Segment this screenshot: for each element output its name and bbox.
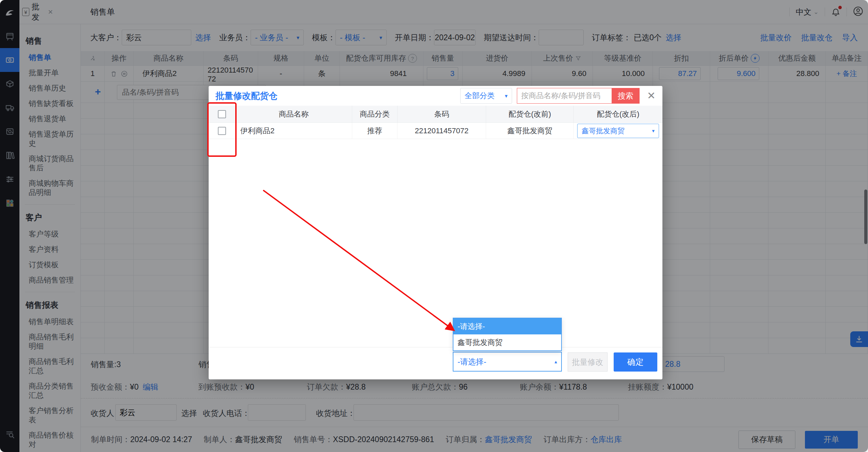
modal-controls: 全部分类 ▾ 搜索 ✕ bbox=[460, 88, 656, 104]
batch-warehouse-value: -请选择- bbox=[458, 357, 486, 367]
row-warehouse-select[interactable]: 鑫哥批发商贸 ▾ bbox=[577, 124, 659, 138]
confirm-button[interactable]: 确定 bbox=[614, 352, 657, 372]
caret-down-icon: ▾ bbox=[505, 93, 508, 99]
select-all-checkbox[interactable] bbox=[218, 110, 226, 118]
modal-header-before: 配货仓(改前) bbox=[486, 106, 574, 123]
modal-search-input[interactable] bbox=[517, 88, 612, 104]
warehouse-dropdown-panel: -请选择- 鑫哥批发商贸 bbox=[453, 318, 562, 351]
category-value: 全部分类 bbox=[465, 91, 495, 101]
row-checkbox[interactable] bbox=[218, 127, 226, 135]
modal-header: 批量修改配货仓 全部分类 ▾ 搜索 ✕ bbox=[209, 86, 662, 106]
modal-header-category: 商品分类 bbox=[352, 106, 398, 123]
caret-down-icon: ▾ bbox=[652, 128, 655, 134]
row-warehouse-value: 鑫哥批发商贸 bbox=[582, 126, 625, 136]
modal-title: 批量修改配货仓 bbox=[215, 90, 278, 102]
row-checkbox-cell bbox=[209, 123, 236, 139]
modal-cell-barcode: 2212011457072 bbox=[398, 123, 486, 139]
dropdown-option-selected[interactable]: -请选择- bbox=[453, 318, 561, 334]
batch-modify-button[interactable]: 批量修改 bbox=[568, 352, 608, 372]
close-icon[interactable]: ✕ bbox=[647, 91, 656, 101]
dropdown-option[interactable]: 鑫哥批发商贸 bbox=[453, 334, 561, 350]
modal-cell-category: 推荐 bbox=[352, 123, 398, 139]
modal-header-barcode: 条码 bbox=[398, 106, 486, 123]
modal-header-name: 商品名称 bbox=[236, 106, 352, 123]
app-window: ¥ 批发 × 销售单 中文 ⌄ 销售销售单批量开单销售单历史销售缺货看板销售退货… bbox=[0, 0, 868, 452]
search-button[interactable]: 搜索 bbox=[612, 88, 640, 104]
modal-cell-before: 鑫哥批发商贸 bbox=[486, 123, 574, 139]
batch-warehouse-select[interactable]: -请选择- ▴ bbox=[453, 352, 562, 372]
modal-table-row: 伊利商品2 推荐 2212011457072 鑫哥批发商贸 鑫哥批发商贸 ▾ bbox=[209, 123, 662, 139]
modal-footer-divider bbox=[209, 347, 662, 347]
caret-up-icon: ▴ bbox=[554, 359, 557, 365]
batch-warehouse-modal: 批量修改配货仓 全部分类 ▾ 搜索 ✕ 商品名称 商品分类 条码 配货仓(改前)… bbox=[209, 86, 662, 379]
modal-header-after: 配货仓(改后) bbox=[574, 106, 662, 123]
modal-cell-name: 伊利商品2 bbox=[236, 123, 352, 139]
category-select[interactable]: 全部分类 ▾ bbox=[460, 88, 512, 104]
modal-table-header: 商品名称 商品分类 条码 配货仓(改前) 配货仓(改后) bbox=[209, 106, 662, 123]
select-all-cell bbox=[209, 106, 236, 123]
modal-cell-after: 鑫哥批发商贸 ▾ bbox=[574, 123, 662, 139]
